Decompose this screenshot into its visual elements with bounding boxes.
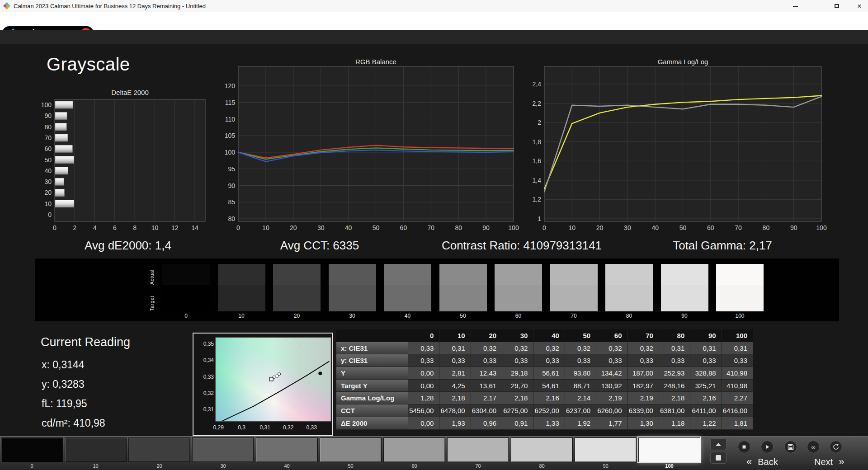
swatch-target-half — [218, 285, 265, 311]
table-row-label: CCT — [336, 404, 408, 417]
table-value-cell: 325,21 — [690, 380, 722, 392]
svg-text:100: 100 — [816, 224, 827, 231]
table-value-cell: 6237,00 — [565, 404, 596, 417]
table-value-cell: 248,16 — [659, 380, 690, 392]
stop-icon — [741, 443, 748, 451]
table-value-cell: 328,88 — [690, 367, 722, 380]
save-button[interactable] — [784, 441, 797, 453]
table-value-cell: 1,30 — [628, 417, 659, 430]
table-column-header: 30 — [502, 329, 533, 342]
refresh-button[interactable] — [830, 441, 842, 453]
table-value-cell: 0,31 — [690, 342, 722, 355]
pattern-window-button[interactable] — [710, 452, 726, 464]
swatch-target-half — [661, 285, 708, 311]
patch-button-70[interactable]: 70 — [447, 437, 509, 470]
svg-text:40: 40 — [345, 224, 352, 231]
table-column-header: 10 — [439, 329, 471, 342]
swatch-patch — [218, 264, 265, 311]
minimize-button[interactable] — [788, 0, 803, 12]
stat-total-gamma: Total Gamma: 2,17 — [673, 239, 772, 253]
table-value-cell: 182,97 — [628, 380, 659, 392]
svg-text:110: 110 — [225, 116, 236, 123]
patch-button-90[interactable]: 90 — [575, 437, 637, 470]
patch-level-label: 40 — [256, 462, 318, 470]
svg-text:70: 70 — [44, 134, 52, 141]
table-row-label: ΔE 2000 — [336, 417, 408, 430]
expand-panel-button[interactable] — [710, 438, 726, 450]
patch-button-80[interactable]: 80 — [511, 437, 573, 470]
patch-level-label: 50 — [320, 462, 382, 470]
svg-text:20: 20 — [596, 224, 604, 231]
stat-avg-cct: Avg CCT: 6335 — [280, 239, 359, 253]
table-column-header: 70 — [628, 329, 659, 342]
swatch-target-half — [273, 285, 321, 311]
svg-text:50: 50 — [44, 156, 52, 164]
play-button[interactable] — [761, 441, 774, 453]
swatch-patch — [661, 264, 708, 311]
table-value-cell: 56,61 — [533, 367, 565, 380]
patch-swatch — [638, 437, 700, 462]
svg-text:120: 120 — [225, 82, 236, 89]
patch-button-40[interactable]: 40 — [256, 437, 318, 470]
reading-fl: fL: 119,95 — [42, 398, 87, 410]
swatch-patch — [384, 264, 431, 311]
svg-text:1: 1 — [538, 215, 541, 222]
continuous-read-button[interactable]: ∞ — [807, 441, 820, 453]
svg-text:85: 85 — [228, 198, 235, 206]
swatch-target-half — [329, 285, 376, 311]
patch-level-label: 100 — [638, 462, 700, 470]
table-column-header: 20 — [471, 329, 502, 342]
table-value-cell: 2,19 — [628, 392, 659, 404]
patch-button-100[interactable]: 100 — [638, 437, 700, 470]
table-value-cell: 0,33 — [565, 354, 596, 367]
back-label: Back — [758, 457, 778, 467]
svg-text:14: 14 — [191, 224, 198, 231]
table-value-cell: 130,92 — [596, 380, 627, 392]
patch-button-60[interactable]: 60 — [383, 437, 445, 470]
patch-swatch — [511, 437, 573, 462]
table-value-cell: 2,27 — [722, 392, 753, 404]
table-value-cell: 6411,00 — [690, 404, 722, 417]
swatch-patch — [605, 264, 653, 311]
table-value-cell: 1,77 — [596, 417, 627, 430]
tab-bar: History 1 + X-Rite i1Pro 2 Direct View 2… — [0, 30, 868, 44]
pattern-control-bar: 0102030405060708090100 ∞ — [0, 436, 868, 470]
next-button[interactable]: Next » — [811, 455, 867, 469]
patch-button-30[interactable]: 30 — [192, 437, 254, 470]
patch-button-0[interactable]: 0 — [1, 437, 63, 470]
table-value-cell: 29,18 — [502, 367, 533, 380]
table-value-cell: 0,96 — [471, 417, 502, 430]
svg-text:70: 70 — [735, 224, 742, 231]
rgb-balance-chart: RGB Balance01020304050607080901008085909… — [208, 58, 524, 236]
table-row-label: x: CIE31 — [336, 342, 408, 355]
swatch-level-label: 100 — [716, 313, 764, 319]
svg-text:90: 90 — [228, 182, 235, 189]
table-value-cell: 2,16 — [690, 392, 722, 404]
close-button[interactable]: × — [852, 0, 867, 12]
table-value-cell: 6478,00 — [439, 404, 471, 417]
table-value-cell: 13,61 — [471, 380, 502, 392]
svg-text:0,3: 0,3 — [238, 424, 245, 431]
swatch-target-half — [550, 285, 598, 311]
stop-button[interactable] — [738, 441, 750, 453]
svg-text:0,32: 0,32 — [203, 390, 214, 396]
square-icon — [716, 455, 721, 461]
svg-text:80: 80 — [44, 123, 52, 131]
svg-text:2,4: 2,4 — [533, 80, 542, 88]
patch-button-50[interactable]: 50 — [320, 437, 382, 470]
svg-text:95: 95 — [228, 165, 235, 173]
table-row-label: Target Y — [336, 380, 408, 392]
swatch-actual-half — [495, 264, 542, 285]
gamma-loglog-chart: Gamma Log/Log010203040506070809010011,21… — [518, 58, 843, 236]
back-button[interactable]: « Back — [744, 455, 796, 469]
svg-text:90: 90 — [482, 224, 490, 231]
patch-button-10[interactable]: 10 — [65, 437, 127, 470]
svg-text:8: 8 — [133, 224, 137, 231]
swatch-level-label: 0 — [162, 313, 210, 319]
table-value-cell: 6252,00 — [533, 404, 565, 417]
cie-chart-panel: 0,350,340,330,320,310,290,30,310,320,33 — [193, 333, 333, 436]
patch-button-20[interactable]: 20 — [128, 437, 190, 470]
swatch-target-half — [384, 285, 431, 311]
maximize-button[interactable] — [829, 0, 844, 12]
table-value-cell: 0,33 — [408, 354, 439, 367]
